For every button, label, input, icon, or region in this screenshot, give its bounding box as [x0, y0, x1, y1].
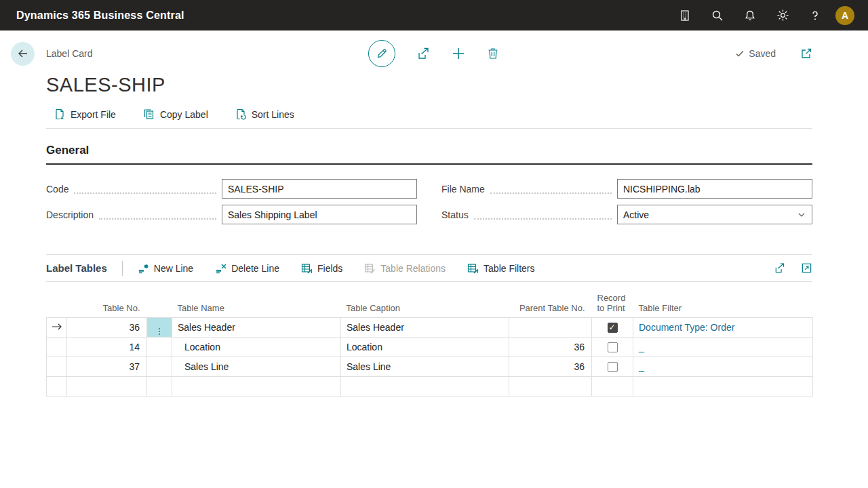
- description-input[interactable]: [222, 205, 417, 224]
- avatar[interactable]: A: [835, 6, 854, 25]
- export-file-button[interactable]: Export File: [54, 108, 116, 120]
- row-options[interactable]: [147, 338, 172, 357]
- cell-table-no[interactable]: 14: [67, 338, 147, 357]
- status-select[interactable]: Active: [617, 205, 812, 224]
- cell-table-filter[interactable]: _: [633, 338, 813, 357]
- row-selector[interactable]: [47, 338, 67, 357]
- saved-area: Saved: [735, 47, 812, 60]
- export-file-icon: [54, 108, 65, 120]
- cell-empty[interactable]: [633, 377, 813, 396]
- row-options-icon[interactable]: [147, 318, 172, 338]
- column-header-record-to-print[interactable]: Record to Print: [592, 293, 633, 318]
- table-filter-link[interactable]: _: [639, 361, 644, 372]
- cell-table-name[interactable]: Location: [172, 338, 341, 357]
- cell-table-no[interactable]: 37: [67, 357, 147, 377]
- code-input[interactable]: [222, 179, 417, 199]
- file-name-field-row: File Name: [441, 179, 812, 199]
- cell-empty[interactable]: [341, 377, 509, 396]
- copy-label-icon: [143, 108, 155, 120]
- grid-header-row: Table No. Table Name Table Caption Paren…: [47, 293, 813, 318]
- table-filters-icon: [467, 263, 479, 274]
- description-field-row: Description: [46, 205, 417, 224]
- page: Label Card: [0, 40, 868, 396]
- selector-column-header: [47, 293, 67, 318]
- column-header-table-name[interactable]: Table Name: [172, 293, 341, 318]
- new-icon[interactable]: [451, 46, 466, 61]
- column-header-table-caption[interactable]: Table Caption: [341, 293, 509, 318]
- search-icon[interactable]: [701, 0, 734, 30]
- fields-button[interactable]: Fields: [301, 263, 342, 274]
- cell-table-filter[interactable]: Document Type: Order: [633, 318, 813, 338]
- column-header-parent-table-no[interactable]: Parent Table No.: [509, 293, 592, 318]
- company-icon[interactable]: [669, 0, 701, 30]
- cell-parent-table-no[interactable]: 36: [509, 357, 592, 377]
- expand-icon[interactable]: [801, 262, 812, 274]
- sort-lines-icon: [235, 108, 246, 120]
- table-filter-link[interactable]: Document Type: Order: [639, 322, 734, 333]
- cell-parent-table-no[interactable]: [509, 318, 592, 338]
- table-row: 37 Sales Line Sales Line 36 _: [47, 357, 813, 377]
- cell-table-caption[interactable]: Sales Line: [341, 357, 509, 377]
- checkbox-unchecked[interactable]: [608, 342, 618, 352]
- general-section: General Code File Name Description Statu…: [46, 144, 812, 224]
- label-tables-buttons: New Line Delete Line Fields: [138, 263, 535, 274]
- cell-parent-table-no[interactable]: 36: [509, 338, 592, 357]
- share-icon[interactable]: [773, 262, 786, 274]
- table-row: 36 Sales Header Sales Header Document Ty…: [47, 318, 813, 338]
- status-field-row: Status Active: [441, 205, 812, 224]
- cell-table-name[interactable]: Sales Line: [172, 357, 341, 377]
- delete-line-icon: [215, 263, 226, 274]
- column-header-table-no[interactable]: Table No.: [67, 293, 147, 318]
- export-file-label: Export File: [71, 109, 116, 120]
- cell-record-to-print[interactable]: [592, 318, 633, 338]
- cell-table-filter[interactable]: _: [633, 357, 813, 377]
- row-selector[interactable]: [47, 377, 67, 396]
- cell-empty[interactable]: [67, 377, 147, 396]
- general-heading: General: [46, 144, 812, 165]
- row-selector[interactable]: [47, 357, 67, 377]
- cell-table-no[interactable]: 36: [67, 318, 147, 338]
- status-value: Active: [623, 209, 797, 220]
- cell-empty[interactable]: [172, 377, 341, 396]
- code-field-row: Code: [46, 179, 417, 199]
- table-filter-link[interactable]: _: [639, 342, 644, 352]
- dotted-leader: [490, 184, 612, 194]
- dotted-leader: [99, 210, 216, 220]
- cell-table-name[interactable]: Sales Header: [172, 318, 341, 338]
- topbar-actions: A: [669, 0, 860, 30]
- back-button[interactable]: [11, 42, 35, 66]
- row-options[interactable]: [147, 377, 172, 396]
- app-title: Dynamics 365 Business Central: [16, 9, 184, 22]
- page-header: Label Card: [0, 40, 868, 67]
- row-options[interactable]: [147, 357, 172, 377]
- checkbox-unchecked[interactable]: [608, 362, 618, 372]
- cell-empty[interactable]: [509, 377, 592, 396]
- delete-icon[interactable]: [486, 47, 500, 60]
- cell-record-to-print[interactable]: [592, 338, 633, 357]
- copy-label-button[interactable]: Copy Label: [143, 108, 208, 120]
- saved-label: Saved: [749, 48, 776, 59]
- new-line-button[interactable]: New Line: [138, 263, 193, 274]
- cell-record-to-print[interactable]: [592, 357, 633, 377]
- label-tables-right-actions: [773, 262, 812, 274]
- checkbox-checked[interactable]: [608, 323, 618, 333]
- share-icon[interactable]: [416, 46, 431, 61]
- table-row: 14 Location Location 36 _: [47, 338, 813, 357]
- action-bar: Export File Copy Label Sort Lines: [46, 108, 812, 129]
- column-header-table-filter[interactable]: Table Filter: [633, 293, 813, 318]
- settings-icon[interactable]: [766, 0, 799, 30]
- delete-line-button[interactable]: Delete Line: [215, 263, 279, 274]
- row-selector-arrow[interactable]: [47, 318, 67, 338]
- cell-empty[interactable]: [592, 377, 633, 396]
- notifications-icon[interactable]: [734, 0, 766, 30]
- popout-icon[interactable]: [800, 47, 812, 60]
- table-filters-button[interactable]: Table Filters: [467, 263, 534, 274]
- sort-lines-button[interactable]: Sort Lines: [235, 108, 294, 120]
- new-line-label: New Line: [154, 263, 193, 274]
- cell-table-caption[interactable]: Location: [341, 338, 509, 357]
- status-label: Status: [441, 209, 469, 220]
- file-name-input[interactable]: [617, 179, 812, 199]
- edit-icon[interactable]: [368, 40, 395, 67]
- cell-table-caption[interactable]: Sales Header: [341, 318, 509, 338]
- help-icon[interactable]: [799, 0, 831, 30]
